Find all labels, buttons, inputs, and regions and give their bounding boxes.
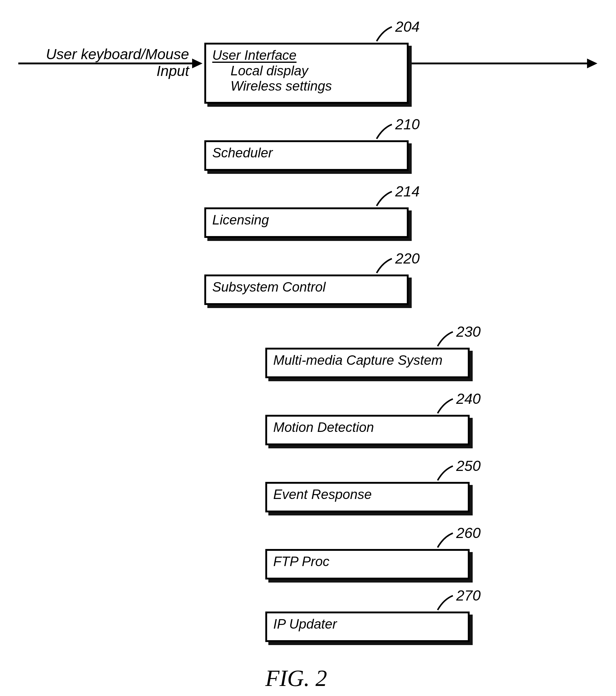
ref-label-270: 270 — [456, 587, 480, 604]
ref-label-204: 204 — [395, 18, 420, 35]
motion-detection-box: Motion Detection — [265, 415, 470, 445]
ftp-proc-label: FTP Proc — [273, 554, 329, 569]
event-response-box: Event Response — [265, 482, 470, 512]
ref-hook-214 — [375, 189, 393, 207]
event-response-label: Event Response — [273, 487, 372, 502]
ref-hook-204 — [375, 25, 393, 43]
user-interface-sub2: Wireless settings — [212, 78, 401, 94]
ref-hook-240 — [436, 396, 454, 415]
ip-updater-label: IP Updater — [273, 616, 337, 631]
subsystem-control-label: Subsystem Control — [212, 279, 326, 294]
ref-label-210: 210 — [395, 116, 420, 133]
ref-label-220: 220 — [395, 250, 420, 267]
arrow-output-line — [410, 63, 590, 64]
ref-hook-250 — [436, 463, 454, 482]
licensing-box: Licensing — [204, 207, 409, 238]
licensing-label: Licensing — [212, 212, 269, 227]
scheduler-label: Scheduler — [212, 145, 273, 160]
ip-updater-box: IP Updater — [265, 612, 470, 642]
figure-caption: FIG. 2 — [265, 665, 327, 692]
ftp-proc-box: FTP Proc — [265, 549, 470, 580]
arrow-input-line — [18, 63, 198, 64]
diagram-canvas: User keyboard/Mouse Input User Interface… — [0, 0, 616, 696]
ref-label-260: 260 — [456, 525, 480, 541]
user-interface-sub1: Local display — [212, 63, 401, 79]
ref-hook-260 — [436, 531, 454, 549]
arrow-input-head — [192, 59, 203, 68]
scheduler-box: Scheduler — [204, 140, 409, 171]
ref-hook-230 — [436, 329, 454, 348]
ref-label-214: 214 — [395, 183, 420, 200]
ref-hook-270 — [436, 593, 454, 612]
ref-hook-210 — [375, 122, 393, 140]
ref-hook-220 — [375, 256, 393, 274]
subsystem-control-box: Subsystem Control — [204, 274, 409, 305]
arrow-output-head — [587, 59, 597, 68]
ref-label-240: 240 — [456, 391, 480, 407]
capture-system-box: Multi-media Capture System — [265, 348, 470, 378]
ref-label-230: 230 — [456, 323, 480, 340]
motion-detection-label: Motion Detection — [273, 420, 374, 434]
capture-system-label: Multi-media Capture System — [273, 352, 442, 367]
ref-label-250: 250 — [456, 458, 480, 474]
user-interface-box: User Interface Local display Wireless se… — [204, 43, 409, 104]
user-interface-title: User Interface — [212, 48, 401, 63]
